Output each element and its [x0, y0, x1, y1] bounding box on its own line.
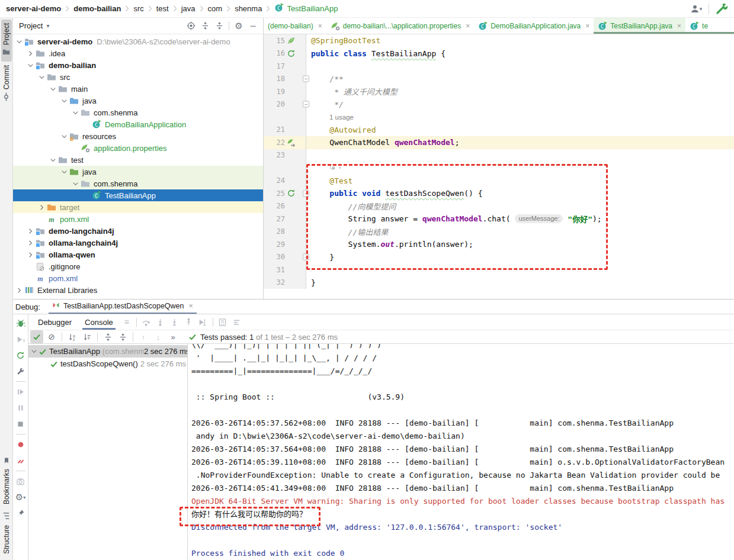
view-tab-debugger[interactable]: Debugger: [32, 314, 78, 330]
resume-icon[interactable]: [15, 386, 27, 398]
rerun-gutter-icon[interactable]: [287, 189, 297, 198]
fold-marker-icon[interactable]: −: [303, 101, 309, 108]
fold-marker-icon[interactable]: −: [303, 190, 309, 197]
chevron-down-icon[interactable]: [70, 108, 81, 117]
project-panel-title[interactable]: Project: [19, 21, 43, 30]
tree-row[interactable]: server-ai-demoD:\bwie\2306A-s2\code\serv…: [13, 36, 263, 47]
chevron-right-icon[interactable]: [37, 203, 47, 212]
tree-row[interactable]: com.shenma: [13, 107, 263, 118]
settings-gear-icon[interactable]: ⚙▾: [15, 491, 27, 503]
tree-row[interactable]: CDemoBailianApplication: [13, 118, 263, 130]
chevron-down-icon[interactable]: [37, 73, 47, 82]
expand-all-icon[interactable]: [198, 20, 211, 33]
rerun-icon[interactable]: [15, 349, 27, 361]
tree-row[interactable]: mpom.xml: [13, 272, 263, 284]
expand-all-icon[interactable]: [101, 330, 114, 343]
tree-row[interactable]: application.properties: [13, 142, 263, 154]
layout-icon[interactable]: ≡: [120, 316, 133, 329]
breadcrumb-item[interactable]: server-ai-demo: [5, 4, 62, 13]
build-icon[interactable]: [715, 2, 728, 15]
chevron-right-icon[interactable]: [14, 286, 24, 295]
editor-tab[interactable]: demo-bailian\...\application.properties×: [326, 18, 474, 34]
show-passed-icon[interactable]: [30, 330, 43, 343]
test-tree[interactable]: TestBailianApp (com.shenm2 sec 276 mstes…: [28, 344, 187, 560]
tree-row[interactable]: ollama-langchain4j: [13, 237, 263, 249]
chevron-down-icon[interactable]: [30, 347, 39, 356]
view-breakpoints-icon[interactable]: [15, 439, 27, 450]
chevron-right-icon[interactable]: [25, 49, 36, 58]
pause-icon[interactable]: [15, 402, 27, 414]
tree-row[interactable]: .gitignore: [13, 260, 263, 272]
rerun-gutter-icon[interactable]: [287, 49, 297, 58]
resume-listener-icon[interactable]: 9: [15, 333, 27, 345]
editor-tab[interactable]: CTestBailianApp.java×: [594, 18, 685, 34]
editor-tab[interactable]: (demo-bailian)×: [264, 18, 326, 34]
tree-row[interactable]: CTestBailianApp: [13, 189, 263, 201]
chevron-down-icon[interactable]: [59, 96, 69, 105]
breadcrumb-leaf[interactable]: CTestBailianApp: [273, 3, 338, 14]
breadcrumb-item[interactable]: src: [132, 4, 145, 13]
mute-breakpoints-icon[interactable]: [15, 455, 27, 466]
chevron-right-icon[interactable]: [25, 239, 36, 247]
close-icon[interactable]: ×: [318, 22, 322, 30]
close-icon[interactable]: ×: [189, 302, 193, 310]
rerun-debug-icon[interactable]: [15, 317, 27, 329]
console-output[interactable]: \\/ ___)| |_)| | | | | || (_| | ) ) ) ) …: [187, 344, 734, 560]
chevron-down-icon[interactable]: [14, 37, 24, 46]
chevron-right-icon[interactable]: [25, 227, 36, 236]
test-tree-row[interactable]: TestBailianApp (com.shenm2 sec 276 ms: [28, 345, 187, 358]
tree-row[interactable]: demo-bailian: [13, 59, 263, 71]
test-tree-row[interactable]: testDashScopeQwen()2 sec 276 ms: [28, 358, 187, 370]
chevron-down-icon[interactable]: [48, 85, 58, 94]
previous-icon[interactable]: ↑: [137, 330, 150, 343]
view-tab-console[interactable]: Console: [79, 314, 119, 330]
wrench-icon[interactable]: [15, 365, 27, 377]
stripe-item-structure[interactable]: Structure: [1, 508, 12, 558]
chevron-down-icon[interactable]: [70, 179, 81, 188]
leaf-gutter-icon[interactable]: [287, 36, 297, 46]
usage-hint[interactable]: 1 usage: [329, 114, 354, 121]
tree-row[interactable]: mpom.xml: [13, 213, 263, 225]
tree-row[interactable]: ollama-qwen: [13, 249, 263, 260]
step-out-icon[interactable]: [182, 316, 195, 329]
breadcrumb-item[interactable]: com: [207, 4, 224, 13]
chevron-down-icon[interactable]: [48, 156, 58, 165]
breadcrumb-item[interactable]: shenma: [233, 4, 263, 13]
autowired-gutter-icon[interactable]: [287, 138, 297, 147]
chevron-down-icon[interactable]: ▾: [46, 22, 49, 29]
stripe-item-bookmarks[interactable]: Bookmarks: [1, 452, 12, 508]
chevron-down-icon[interactable]: [59, 132, 69, 141]
camera-icon[interactable]: [15, 475, 27, 487]
chevron-right-icon[interactable]: [25, 250, 36, 259]
editor-tab[interactable]: Cte: [685, 18, 712, 34]
stripe-item-project[interactable]: Project: [1, 20, 12, 62]
close-icon[interactable]: ×: [677, 22, 681, 30]
run-to-cursor-icon[interactable]: [197, 316, 210, 329]
tree-row[interactable]: .idea: [13, 47, 263, 59]
hide-icon[interactable]: ─: [246, 20, 259, 33]
fold-marker-icon[interactable]: −: [303, 254, 309, 260]
tree-row[interactable]: demo-langchain4j: [13, 225, 263, 237]
step-into-icon[interactable]: [154, 316, 167, 329]
stripe-item-commit[interactable]: Commit: [1, 62, 12, 107]
tree-row[interactable]: main: [13, 83, 263, 95]
next-icon[interactable]: ↓: [152, 330, 165, 343]
tree-row[interactable]: test: [13, 154, 263, 166]
tree-row[interactable]: src: [13, 71, 263, 83]
evaluate-icon[interactable]: [216, 316, 229, 329]
show-ignored-icon[interactable]: ⊘: [45, 330, 58, 343]
tree-row[interactable]: java: [13, 166, 263, 178]
breadcrumb-item[interactable]: demo-bailian: [72, 4, 122, 13]
chevron-down-icon[interactable]: [59, 168, 69, 176]
sort-duration-icon[interactable]: [81, 330, 94, 343]
more-icon[interactable]: »: [166, 330, 180, 343]
debug-session-tab[interactable]: TestBailianApp.testDashScopeQwen ×: [49, 300, 197, 314]
project-tree[interactable]: server-ai-demoD:\bwie\2306A-s2\code\serv…: [13, 34, 263, 299]
stop-icon[interactable]: [15, 418, 27, 430]
breadcrumb-item[interactable]: test: [155, 4, 170, 13]
close-icon[interactable]: ×: [466, 22, 470, 30]
locate-icon[interactable]: [184, 20, 197, 33]
code-area[interactable]: 15@SpringBootTest16public class TestBail…: [264, 34, 734, 299]
run-method-icon[interactable]: ▾: [329, 164, 341, 172]
sort-alpha-icon[interactable]: az: [66, 330, 79, 343]
